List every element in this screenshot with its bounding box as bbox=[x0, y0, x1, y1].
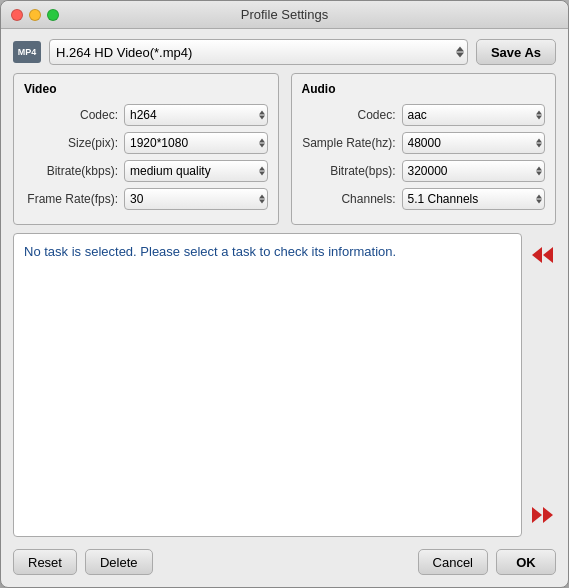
audio-samplerate-wrapper: 48000 bbox=[402, 132, 546, 154]
video-codec-row: Codec: h264 bbox=[24, 104, 268, 126]
content-area: MP4 H.264 HD Video(*.mp4) Save As Video … bbox=[1, 29, 568, 587]
video-codec-wrapper: h264 bbox=[124, 104, 268, 126]
next-nav-button[interactable] bbox=[528, 501, 556, 529]
info-box-wrapper: No task is selected. Please select a tas… bbox=[13, 233, 556, 537]
save-as-button[interactable]: Save As bbox=[476, 39, 556, 65]
video-bitrate-select[interactable]: medium quality bbox=[124, 160, 268, 182]
video-codec-select[interactable]: h264 bbox=[124, 104, 268, 126]
bottom-left-buttons: Reset Delete bbox=[13, 549, 153, 575]
audio-samplerate-row: Sample Rate(hz): 48000 bbox=[302, 132, 546, 154]
profile-format-icon: MP4 bbox=[13, 41, 41, 63]
video-codec-label: Codec: bbox=[24, 108, 124, 122]
video-panel-title: Video bbox=[24, 82, 268, 96]
audio-samplerate-label: Sample Rate(hz): bbox=[302, 136, 402, 150]
video-size-row: Size(pix): 1920*1080 bbox=[24, 132, 268, 154]
video-framerate-label: Frame Rate(fps): bbox=[24, 192, 124, 206]
window-title: Profile Settings bbox=[241, 7, 328, 22]
video-framerate-wrapper: 30 bbox=[124, 188, 268, 210]
video-panel: Video Codec: h264 Size(pix): bbox=[13, 73, 279, 225]
close-button[interactable] bbox=[11, 9, 23, 21]
cancel-button[interactable]: Cancel bbox=[418, 549, 488, 575]
top-bar: MP4 H.264 HD Video(*.mp4) Save As bbox=[13, 39, 556, 65]
video-bitrate-label: Bitrate(kbps): bbox=[24, 164, 124, 178]
panels-row: Video Codec: h264 Size(pix): bbox=[13, 73, 556, 225]
info-text: No task is selected. Please select a tas… bbox=[24, 244, 396, 259]
video-bitrate-row: Bitrate(kbps): medium quality bbox=[24, 160, 268, 182]
audio-samplerate-select[interactable]: 48000 bbox=[402, 132, 546, 154]
reset-button[interactable]: Reset bbox=[13, 549, 77, 575]
video-framerate-row: Frame Rate(fps): 30 bbox=[24, 188, 268, 210]
info-box: No task is selected. Please select a tas… bbox=[13, 233, 522, 537]
title-bar: Profile Settings bbox=[1, 1, 568, 29]
audio-channels-wrapper: 5.1 Channels bbox=[402, 188, 546, 210]
bottom-right-buttons: Cancel OK bbox=[418, 549, 556, 575]
profile-format-label: MP4 bbox=[18, 48, 37, 57]
audio-codec-select[interactable]: aac bbox=[402, 104, 546, 126]
bottom-bar: Reset Delete Cancel OK bbox=[13, 545, 556, 577]
audio-panel: Audio Codec: aac Sample Rate(hz): bbox=[291, 73, 557, 225]
ok-button[interactable]: OK bbox=[496, 549, 556, 575]
audio-bitrate-label: Bitrate(bps): bbox=[302, 164, 402, 178]
audio-bitrate-select[interactable]: 320000 bbox=[402, 160, 546, 182]
prev-nav-button[interactable] bbox=[528, 241, 556, 269]
audio-bitrate-row: Bitrate(bps): 320000 bbox=[302, 160, 546, 182]
window: Profile Settings MP4 H.264 HD Video(*.mp… bbox=[0, 0, 569, 588]
video-bitrate-wrapper: medium quality bbox=[124, 160, 268, 182]
audio-panel-title: Audio bbox=[302, 82, 546, 96]
video-framerate-select[interactable]: 30 bbox=[124, 188, 268, 210]
window-controls bbox=[11, 9, 59, 21]
profile-select[interactable]: H.264 HD Video(*.mp4) bbox=[49, 39, 468, 65]
minimize-button[interactable] bbox=[29, 9, 41, 21]
maximize-button[interactable] bbox=[47, 9, 59, 21]
audio-codec-row: Codec: aac bbox=[302, 104, 546, 126]
audio-codec-wrapper: aac bbox=[402, 104, 546, 126]
audio-channels-row: Channels: 5.1 Channels bbox=[302, 188, 546, 210]
video-size-label: Size(pix): bbox=[24, 136, 124, 150]
double-right-icon bbox=[532, 507, 553, 523]
audio-channels-select[interactable]: 5.1 Channels bbox=[402, 188, 546, 210]
audio-bitrate-wrapper: 320000 bbox=[402, 160, 546, 182]
video-size-select[interactable]: 1920*1080 bbox=[124, 132, 268, 154]
profile-select-wrapper: H.264 HD Video(*.mp4) bbox=[49, 39, 468, 65]
double-left-icon bbox=[532, 247, 553, 263]
video-size-wrapper: 1920*1080 bbox=[124, 132, 268, 154]
nav-buttons bbox=[528, 233, 556, 537]
audio-channels-label: Channels: bbox=[302, 192, 402, 206]
delete-button[interactable]: Delete bbox=[85, 549, 153, 575]
audio-codec-label: Codec: bbox=[302, 108, 402, 122]
